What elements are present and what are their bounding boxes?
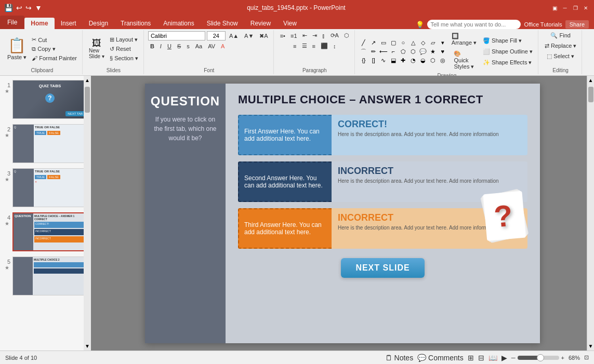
- format-painter-button[interactable]: 🖌Format Painter: [30, 54, 79, 62]
- convert-smartart-button[interactable]: ⬡: [342, 31, 351, 40]
- shape-triangle[interactable]: △: [408, 38, 418, 47]
- customize-icon[interactable]: ▼: [35, 4, 42, 12]
- shape-oval[interactable]: ○: [399, 38, 408, 47]
- shape-heart[interactable]: ♥: [438, 47, 447, 56]
- save-icon[interactable]: 💾: [4, 4, 13, 12]
- zoom-thumb[interactable]: [537, 354, 544, 361]
- shape-octagon[interactable]: ⬡: [428, 56, 438, 64]
- next-slide-button[interactable]: NEXT SLIDE: [341, 258, 424, 278]
- reading-view-icon[interactable]: 📖: [489, 354, 497, 362]
- office-tutorials-link[interactable]: Office Tutorials: [524, 21, 562, 28]
- shape-connector[interactable]: ⟵: [379, 47, 388, 56]
- shape-arrow[interactable]: ↗: [369, 38, 378, 47]
- shape-more[interactable]: ▾: [438, 38, 447, 47]
- zoom-bar[interactable]: [518, 356, 559, 360]
- numbered-button[interactable]: ≡1: [288, 31, 299, 40]
- shape-cross[interactable]: ✚: [399, 56, 408, 64]
- columns-button[interactable]: ⫿: [320, 31, 327, 40]
- tab-home[interactable]: Home: [24, 18, 54, 29]
- find-button[interactable]: 🔍 Find: [548, 31, 572, 40]
- scroll-down-arrow[interactable]: ▼: [83, 342, 91, 350]
- underline-button[interactable]: U: [165, 42, 174, 50]
- italic-button[interactable]: I: [158, 42, 164, 50]
- bullets-button[interactable]: ≡•: [278, 31, 287, 40]
- zoom-level[interactable]: 68%: [569, 355, 580, 361]
- canvas-scrollbar[interactable]: ▲ ▼: [587, 76, 594, 350]
- quick-access-toolbar[interactable]: 💾 ↩ ↪ ▼: [4, 4, 42, 12]
- shape-callout[interactable]: 💬: [418, 47, 428, 56]
- shape-pie[interactable]: ◔: [408, 56, 418, 64]
- new-slide-button[interactable]: 🖼 NewSlide ▾: [87, 37, 107, 61]
- shape-brace[interactable]: []: [369, 56, 378, 64]
- paste-button[interactable]: 📋 Paste ▾: [5, 35, 29, 62]
- slide-panel-scrollbar[interactable]: ▲ ▼: [84, 76, 91, 350]
- tab-transitions[interactable]: Transitions: [114, 18, 157, 29]
- undo-icon[interactable]: ↩: [16, 4, 22, 12]
- clear-format-button[interactable]: ✖A: [257, 32, 270, 41]
- shape-parallelogram[interactable]: ▱: [428, 38, 438, 47]
- shape-fill-button[interactable]: 🪣 Shape Fill ▾: [481, 36, 535, 45]
- decrease-font-button[interactable]: A▼: [242, 32, 256, 40]
- shape-rect[interactable]: ▭: [379, 38, 388, 47]
- shape-star[interactable]: ★: [428, 47, 438, 56]
- tell-me-input[interactable]: [427, 20, 521, 29]
- canvas-scroll-down[interactable]: ▼: [587, 342, 594, 350]
- slide-thumb-5[interactable]: 5 ★ MULTIPLE CHOICE 2: [2, 255, 88, 296]
- shape-curve[interactable]: ⌒: [359, 47, 368, 56]
- arrange-button[interactable]: 🔲Arrange ▾: [450, 31, 479, 48]
- close-button[interactable]: ✕: [582, 4, 590, 12]
- shape-rounded-rect[interactable]: ▢: [389, 38, 398, 47]
- scroll-up-arrow[interactable]: ▲: [83, 76, 91, 85]
- slide-thumb-3[interactable]: 3 ★ Q TRUE OR FALSE TRUE FALSE ✕: [2, 167, 88, 208]
- align-center-button[interactable]: ☰: [300, 42, 309, 50]
- slide-sorter-icon[interactable]: ⊟: [478, 354, 484, 362]
- copy-button[interactable]: ⧉Copy ▾: [30, 45, 79, 53]
- zoom-out-button[interactable]: ─: [511, 355, 516, 361]
- shape-line[interactable]: ╱: [359, 38, 368, 47]
- slide-thumb-2[interactable]: 2 ★ Q TRUE OR FALSE TRUE FALSE: [2, 123, 88, 164]
- share-button[interactable]: Share: [565, 20, 589, 29]
- reset-button[interactable]: ↺ Reset: [108, 45, 140, 53]
- shape-freeform[interactable]: ✏: [369, 47, 378, 56]
- font-size-input[interactable]: [207, 31, 226, 41]
- tab-design[interactable]: Design: [83, 18, 114, 29]
- inc-indent-button[interactable]: ⇥: [310, 31, 319, 40]
- tab-view[interactable]: View: [277, 18, 303, 29]
- text-direction-button[interactable]: ⟳A: [328, 31, 341, 40]
- font-color-button[interactable]: A: [219, 42, 227, 50]
- char-spacing-button[interactable]: AV: [206, 42, 217, 50]
- tab-insert[interactable]: Insert: [55, 18, 83, 29]
- shape-effects-button[interactable]: ✨ Shape Effects ▾: [481, 58, 535, 67]
- shape-donut[interactable]: ◎: [438, 56, 447, 64]
- canvas-scroll-up[interactable]: ▲: [587, 76, 594, 85]
- tab-slideshow[interactable]: Slide Show: [201, 18, 244, 29]
- comments-button[interactable]: 💬 Comments: [417, 354, 464, 362]
- align-right-button[interactable]: ≡: [310, 42, 318, 50]
- shape-hexagon[interactable]: ⬡: [408, 47, 418, 56]
- notes-button[interactable]: 🗒 Notes: [385, 354, 413, 362]
- replace-button[interactable]: ⇄ Replace ▾: [543, 42, 578, 50]
- presentation-icon[interactable]: ▶: [501, 354, 507, 362]
- increase-font-button[interactable]: A▲: [227, 32, 241, 40]
- tab-animations[interactable]: Animations: [157, 18, 200, 29]
- answer-row-1[interactable]: First Answer Here. You can add additiona…: [238, 115, 527, 155]
- strikethrough-button[interactable]: S: [175, 42, 183, 50]
- layout-button[interactable]: ⊞ Layout ▾: [108, 35, 140, 44]
- window-controls[interactable]: ▣ ─ ❐ ✕: [550, 4, 590, 12]
- quick-styles-button[interactable]: 🎨QuickStyles ▾: [450, 49, 479, 72]
- cut-button[interactable]: ✂Cut: [30, 35, 79, 44]
- bold-button[interactable]: B: [148, 42, 156, 50]
- shape-chord[interactable]: ◒: [418, 56, 428, 64]
- redo-icon[interactable]: ↪: [25, 4, 32, 12]
- fit-slide-button[interactable]: ⊡: [584, 354, 589, 361]
- canvas-scroll-thumb[interactable]: [588, 87, 593, 102]
- zoom-in-button[interactable]: +: [561, 355, 564, 361]
- tab-review[interactable]: Review: [244, 18, 277, 29]
- change-case-button[interactable]: Aa: [193, 42, 204, 50]
- shape-wave[interactable]: ∿: [379, 56, 388, 64]
- shadow-button[interactable]: s: [184, 42, 192, 50]
- restore-button[interactable]: ❐: [571, 4, 579, 12]
- shape-outline-button[interactable]: ⬜ Shape Outline ▾: [481, 47, 535, 56]
- shape-bend[interactable]: ⌐: [389, 47, 398, 56]
- font-name-input[interactable]: [148, 31, 205, 41]
